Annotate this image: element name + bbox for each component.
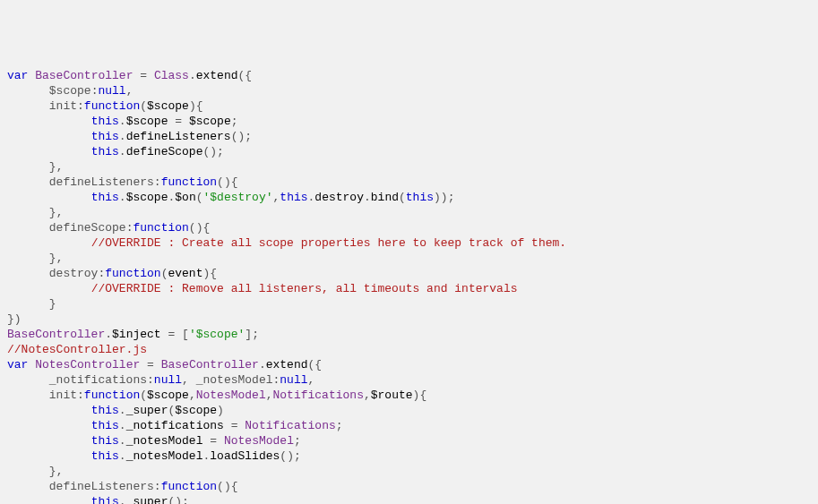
code-token: BaseController bbox=[161, 358, 259, 372]
code-token bbox=[182, 115, 189, 128]
code-token: init bbox=[7, 99, 77, 113]
code-block: var BaseController = Class.extend({ $sco… bbox=[7, 68, 811, 504]
code-token: this bbox=[91, 449, 119, 463]
code-line: this._super($scope) bbox=[7, 403, 811, 418]
code-token: this bbox=[91, 130, 119, 143]
code-token bbox=[7, 145, 91, 158]
code-token: //NotesController.js bbox=[7, 343, 147, 356]
code-token: ( bbox=[189, 221, 196, 235]
code-token: this bbox=[406, 191, 434, 204]
code-token: , bbox=[56, 160, 64, 174]
code-token: { bbox=[210, 267, 217, 280]
code-token: function bbox=[161, 175, 217, 189]
code-token bbox=[7, 404, 91, 417]
code-token: this bbox=[91, 404, 119, 417]
code-token: _notesModel bbox=[126, 434, 203, 448]
code-line: }, bbox=[7, 251, 811, 266]
code-token: $scope bbox=[189, 115, 231, 128]
code-line: this._notesModel = NotesModel; bbox=[7, 433, 811, 448]
code-line: //NotesController.js bbox=[7, 342, 811, 357]
code-token: this bbox=[91, 419, 119, 432]
code-token: ; bbox=[294, 434, 301, 448]
code-line: this._super(); bbox=[7, 494, 811, 504]
code-line: } bbox=[7, 296, 811, 312]
code-line: defineListeners:function(){ bbox=[7, 175, 811, 190]
code-token: _notifications bbox=[126, 419, 224, 432]
code-token: = bbox=[147, 358, 154, 372]
code-token: { bbox=[196, 99, 203, 113]
code-token: . bbox=[119, 404, 126, 417]
code-token: ; bbox=[336, 419, 343, 432]
code-token bbox=[7, 115, 91, 128]
code-token: . bbox=[364, 191, 371, 204]
code-token bbox=[7, 449, 91, 463]
code-token: [ bbox=[182, 328, 189, 341]
code-token: = bbox=[231, 419, 238, 432]
code-token: ; bbox=[217, 145, 224, 158]
code-token: ) bbox=[287, 449, 294, 463]
code-line: this.$scope.$on('$destroy',this.destroy.… bbox=[7, 190, 811, 205]
code-token: , bbox=[56, 252, 64, 265]
code-line: }, bbox=[7, 205, 811, 220]
code-token: $scope bbox=[147, 99, 189, 113]
code-token: { bbox=[202, 221, 210, 235]
code-token: . bbox=[189, 69, 196, 82]
code-token: : bbox=[77, 389, 84, 402]
code-token bbox=[154, 358, 161, 372]
code-token: ; bbox=[182, 495, 189, 504]
code-token: , bbox=[182, 373, 189, 387]
code-token bbox=[7, 160, 49, 174]
code-token: ; bbox=[231, 115, 238, 128]
code-token: init bbox=[7, 389, 77, 402]
code-token: loadSlides bbox=[210, 449, 280, 463]
code-token: ( bbox=[217, 175, 224, 189]
code-token bbox=[7, 434, 91, 448]
code-token: ; bbox=[294, 449, 301, 463]
code-token: ; bbox=[448, 191, 455, 204]
code-line: //OVERRIDE : Remove all listeners, all t… bbox=[7, 281, 811, 296]
code-token: } bbox=[49, 160, 56, 174]
code-token: ( bbox=[399, 191, 406, 204]
code-token: $inject bbox=[112, 328, 161, 341]
code-token: destroy bbox=[314, 191, 364, 204]
code-token: $route bbox=[371, 389, 413, 402]
code-token bbox=[7, 495, 91, 504]
code-token: ) bbox=[434, 191, 441, 204]
code-token bbox=[7, 191, 91, 204]
code-token: } bbox=[49, 465, 56, 478]
code-line: this.defineListeners(); bbox=[7, 129, 811, 144]
code-token: Notifications bbox=[245, 419, 335, 432]
code-token: BaseController bbox=[7, 328, 105, 341]
code-token: event bbox=[168, 267, 202, 280]
code-token: $scope bbox=[126, 115, 168, 128]
code-token: extend bbox=[266, 358, 308, 372]
code-token: . bbox=[119, 130, 126, 143]
code-line: var BaseController = Class.extend({ bbox=[7, 68, 811, 83]
code-token: NotesModel bbox=[224, 434, 294, 448]
code-token: . bbox=[119, 191, 126, 204]
code-token: , bbox=[266, 389, 273, 402]
code-token: ; bbox=[252, 328, 259, 341]
code-token: this bbox=[91, 434, 119, 448]
code-token: function bbox=[133, 221, 188, 235]
code-line: init:function($scope,NotesModel,Notifica… bbox=[7, 388, 811, 403]
code-line: BaseController.$inject = ['$scope']; bbox=[7, 327, 811, 342]
code-line: }, bbox=[7, 464, 811, 479]
code-token: , bbox=[56, 206, 64, 219]
code-token: . bbox=[259, 358, 266, 372]
code-token: function bbox=[105, 267, 160, 280]
code-line: init:function($scope){ bbox=[7, 98, 811, 114]
code-token: _super bbox=[126, 404, 168, 417]
code-token: . bbox=[119, 434, 126, 448]
code-token: : bbox=[154, 175, 161, 189]
code-token: , bbox=[126, 84, 133, 98]
code-token: , bbox=[189, 389, 196, 402]
code-token bbox=[7, 130, 91, 143]
code-token: ) bbox=[224, 480, 231, 493]
code-token: extend bbox=[196, 69, 238, 82]
code-token: ) bbox=[175, 495, 182, 504]
code-token: defineScope bbox=[126, 145, 203, 158]
code-line: //OVERRIDE : Create all scope properties… bbox=[7, 235, 811, 251]
code-line: this.defineScope(); bbox=[7, 144, 811, 159]
code-token: ) bbox=[441, 191, 448, 204]
